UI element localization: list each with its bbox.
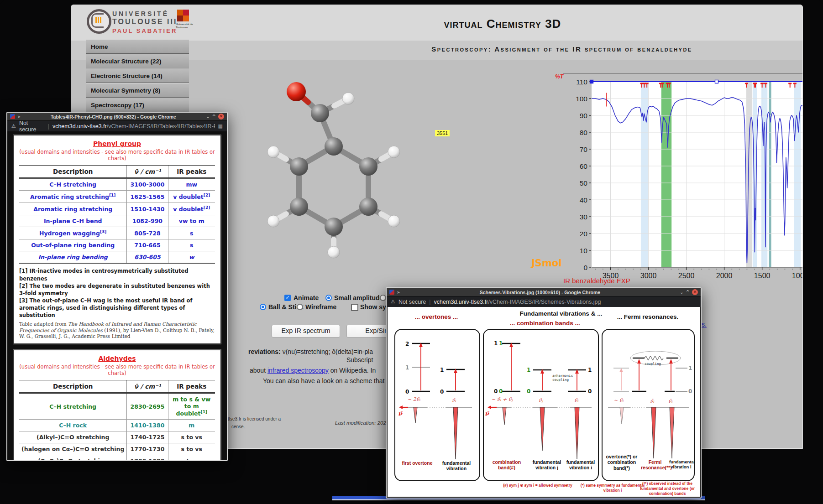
schemes-image-content: ... overtones ... Fundamental vibrations… xyxy=(388,307,700,497)
svg-text:90: 90 xyxy=(580,112,588,120)
level-l0-green: 0 xyxy=(499,388,503,395)
molecule-3d-viewer[interactable] xyxy=(256,73,411,265)
toulouse-badge-label: Université de Toulouse xyxy=(176,23,194,29)
svg-text:2500: 2500 xyxy=(678,272,695,280)
level-l0: 0 xyxy=(494,388,498,395)
spectrum-caption: IR benzaldehyde EXP xyxy=(563,277,630,285)
level-r0: 0 xyxy=(440,389,444,395)
cursor-coordinates-label: (3551, 99.3) xyxy=(731,63,803,71)
level-1: 1 xyxy=(405,364,409,371)
not-secure-label: Not secure xyxy=(398,299,426,305)
wireframe-radio[interactable] xyxy=(297,304,303,310)
tables-popup-urlbar[interactable]: ⚠ Not secure | vchem3d.univ-tlse3.fr/vCh… xyxy=(7,120,227,131)
infrared-spectroscopy-link[interactable]: infrared spectroscopy xyxy=(267,367,329,374)
schemes-popup-urlbar[interactable]: ⚠ Not secure | vchem3d.univ-tlse3.fr/vCh… xyxy=(387,296,701,307)
sidebar-item-molecular-structure-22[interactable]: Molecular Structure (22) xyxy=(86,54,189,68)
overtones-header: ... overtones ... xyxy=(394,313,478,320)
ir-spectrum-chart[interactable]: 0102030405060708090100110350030002500200… xyxy=(563,75,803,281)
abbreviations-bold: reviations: xyxy=(248,348,281,355)
window-maximize-icon[interactable]: ^ xyxy=(212,114,216,119)
keyboard-grid-icon[interactable]: ▦ xyxy=(218,123,223,129)
window-close-icon[interactable]: ✕ xyxy=(218,114,224,120)
small-amplitude-radio[interactable] xyxy=(325,295,332,301)
university-logo[interactable]: UNIVERSITÉ TOULOUSE III PAUL SABATIER Un… xyxy=(86,6,195,39)
sidebar-item-spectroscopy-17[interactable]: Spectroscopy (17) xyxy=(86,98,189,112)
table-row: Aromatic ring stretching1510-1430v doubl… xyxy=(19,203,215,215)
logo-line1: UNIVERSITÉ xyxy=(112,10,169,17)
tables-popup-window: ➤ Tables4IR-Phenyl-CHO.png (600×832) - G… xyxy=(6,112,228,461)
table-row: (Alkyl–)C=O stretching1740-1725s to vs xyxy=(19,431,215,443)
table-row: (halogen on Cα–)C=O stretching1770-1730s… xyxy=(19,443,215,455)
table-row: Hydrogen wagging[3]805-728s xyxy=(19,227,215,239)
table-cell: 1625-1565 xyxy=(127,191,168,203)
window-minimize-icon[interactable]: ⌄ xyxy=(206,114,210,119)
cut-link-fragment[interactable]: s. xyxy=(702,321,707,328)
table-cell: 1740-1725 xyxy=(127,431,168,443)
svg-text:70: 70 xyxy=(580,145,588,153)
table-cell: w xyxy=(168,251,215,264)
svg-text:110: 110 xyxy=(576,78,587,86)
schemes-popup-titlebar[interactable]: ➤ Schemes-Vibrations.jpg (1000×610) - Go… xyxy=(387,288,701,296)
svg-text:3000: 3000 xyxy=(640,272,657,280)
table-cell: (C=C–)C=O stretching xyxy=(19,455,127,460)
tables-popup-url: vchem3d.univ-tlse3.fr/vChem-IMAGES/IR/Ta… xyxy=(52,123,215,130)
svg-text:1500: 1500 xyxy=(754,272,771,280)
fermi-caption: Fermi resonance(**) xyxy=(641,459,669,471)
column-header: ν̄ / cm⁻¹ xyxy=(127,166,168,178)
page-subtitle: Spectroscopy: Assignment of the IR spect… xyxy=(320,45,803,53)
svg-text:80: 80 xyxy=(580,129,588,136)
ir-table-panel: Phenyl group(usual domains and intensiti… xyxy=(13,135,221,344)
not-secure-warning-icon: ⚠ xyxy=(11,123,16,129)
fundamental-peak-label: ν̄ᵢ xyxy=(452,397,456,403)
table-cell: v doublet[2] xyxy=(168,203,215,215)
table-cell: (halogen on Cα–)C=O stretching xyxy=(19,443,127,455)
table-cell: 805-728 xyxy=(127,227,168,239)
window-close-icon[interactable]: ✕ xyxy=(692,289,698,295)
level-m1: 1 xyxy=(527,367,530,373)
ir-table-panel: Aldehydes(usual domains and intensities … xyxy=(13,350,221,460)
window-maximize-icon[interactable]: ^ xyxy=(686,290,690,295)
show-symmetry-checkbox[interactable] xyxy=(351,304,358,311)
level-r1: 1 xyxy=(588,367,592,373)
level-r1: 1 xyxy=(440,367,444,373)
ir-title: Aldehydes xyxy=(19,355,215,362)
abbreviations-line: reviations: ν(nu)=stretching; δ(delta)=i… xyxy=(248,348,373,355)
not-secure-label: Not secure xyxy=(19,120,45,133)
tables-popup-titlebar[interactable]: ➤ Tables4IR-Phenyl-CHO.png (600×832) - G… xyxy=(7,113,227,120)
large-amplitude-radio[interactable] xyxy=(380,295,386,301)
first-overtone-caption: first overtone xyxy=(400,460,435,466)
column-header: ν̄ / cm⁻¹ xyxy=(127,380,168,393)
table-cell: (Alkyl–)C=O stretching xyxy=(19,431,127,443)
fermi-header: ... Fermi resonances. xyxy=(602,313,693,320)
combination-header: ... combination bands ... xyxy=(493,320,598,327)
exp-ir-spectrum-button[interactable]: Exp IR spectrum xyxy=(272,325,340,338)
footnote-hash: (#) sym j ⊗ sym i = allowed symmetry xyxy=(483,483,592,488)
table-row: C–H rock1410-1380m xyxy=(19,420,215,431)
sidebar-item-electronic-structure-14[interactable]: Electronic Structure (14) xyxy=(86,68,189,83)
table-source: Table adapted from The Handbook of Infra… xyxy=(19,321,215,340)
overtone-peak-label: ~ 2ν̄ᵢ xyxy=(407,396,420,402)
column-header: IR peaks xyxy=(168,166,215,178)
license-link[interactable]: cense. xyxy=(231,424,245,429)
table-cell: s xyxy=(168,239,215,251)
pin-icon: ➤ xyxy=(397,290,400,295)
table-cell: 710-665 xyxy=(127,239,168,251)
animate-checkbox[interactable]: ✓ xyxy=(284,295,291,301)
chart-frame-top-rule xyxy=(563,73,803,74)
column-header: Description xyxy=(19,166,127,178)
table-cell: In-plane C–H bend xyxy=(19,215,127,227)
overtones-panel: 2 1 0 1 0 ~ 2ν̄ᵢ ν̄ᵢ ν̄ first overtone f… xyxy=(394,329,480,481)
table-cell: 1410-1380 xyxy=(127,420,168,431)
level-m0: 0 xyxy=(527,388,530,395)
table-cell: v doublet[2] xyxy=(168,191,215,203)
window-minimize-icon[interactable]: ⌄ xyxy=(680,290,683,295)
ball-stick-radio[interactable] xyxy=(260,304,266,310)
svg-text:0: 0 xyxy=(583,264,587,271)
oxygen-atom xyxy=(287,82,306,101)
level-l1: 1 xyxy=(494,340,498,347)
sidebar-item-molecular-symmetry-8[interactable]: Molecular Symmetry (8) xyxy=(86,83,189,98)
table-cell: Aromatic ring stretching[1] xyxy=(19,191,127,203)
sidebar-item-home[interactable]: Home xyxy=(86,39,189,54)
wavenumber-axis-label: ν̄ xyxy=(398,410,402,417)
table-cell: 630-605 xyxy=(127,251,168,264)
